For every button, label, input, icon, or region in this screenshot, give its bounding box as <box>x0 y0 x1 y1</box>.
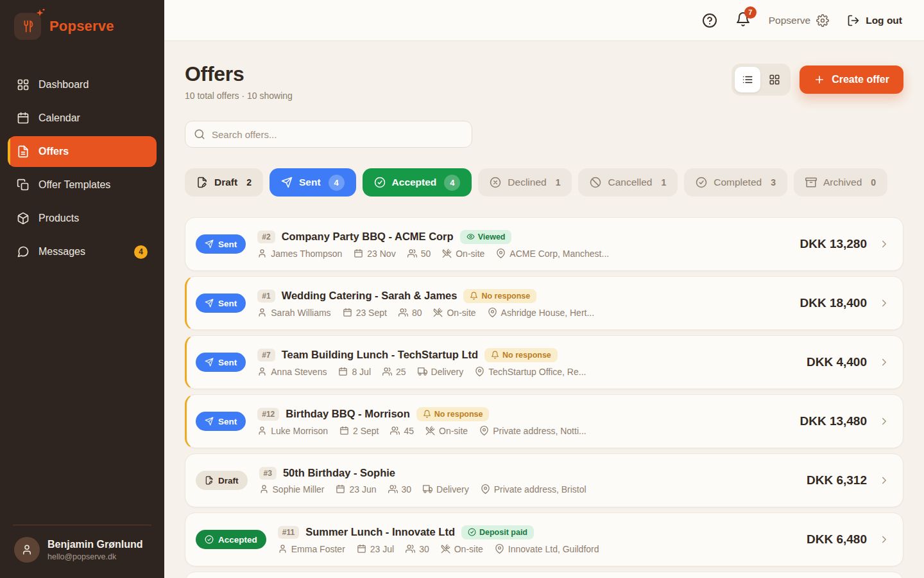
meta-item: Anna Stevens <box>257 367 327 377</box>
offer-price: DKK 13,480 <box>800 414 867 428</box>
chevron-right-icon[interactable] <box>878 238 890 250</box>
offer-card[interactable]: Draft #3 50th Birthday - Sophie <box>185 453 903 507</box>
filter-chip-icon <box>696 177 707 188</box>
filter-chip-count: 2 <box>246 177 252 188</box>
chevron-right-icon[interactable] <box>878 534 890 545</box>
logout-label: Log out <box>866 15 902 26</box>
meta-icon <box>336 484 345 494</box>
meta-item: On-site <box>425 426 468 436</box>
offer-status-pill: Sent <box>196 412 246 431</box>
meta-item: 25 <box>382 367 406 377</box>
meta-text: Emma Foster <box>291 544 345 554</box>
create-offer-button[interactable]: Create offer <box>800 66 903 94</box>
filter-chip[interactable]: Archived 0 <box>794 168 887 197</box>
meta-item: 23 Nov <box>354 249 395 259</box>
logout-button[interactable]: Log out <box>847 14 902 27</box>
view-toggle <box>732 64 791 96</box>
meta-icon <box>354 249 363 258</box>
offer-card[interactable]: Sent #2 Company Party BBQ - ACME Corp Vi… <box>185 217 903 271</box>
meta-item: On-site <box>441 544 483 554</box>
filter-chip[interactable]: Draft 2 <box>185 168 263 197</box>
status-label: Sent <box>218 417 237 426</box>
meta-text: Anna Stevens <box>271 367 327 377</box>
meta-text: ACME Corp, Manchest... <box>509 249 609 259</box>
meta-text: 2 Sept <box>353 426 379 436</box>
offer-status-pill: Accepted <box>196 530 266 549</box>
filter-chip[interactable]: Sent 4 <box>270 168 356 197</box>
meta-item: Emma Foster <box>278 544 345 554</box>
offer-id-badge: #1 <box>257 290 275 302</box>
meta-icon <box>259 484 269 494</box>
flag-label: No response <box>434 410 483 419</box>
grid-view-button[interactable] <box>762 67 787 92</box>
chevron-right-icon[interactable] <box>878 356 890 368</box>
account-settings[interactable]: Popserve <box>769 14 829 27</box>
filter-chip-count: 4 <box>444 175 460 191</box>
list-view-button[interactable] <box>735 67 760 92</box>
offer-card[interactable]: Sent #12 Birthday BBQ - Morrison No resp… <box>185 394 903 448</box>
meta-text: 30 <box>402 484 412 495</box>
sidebar-item[interactable]: Products <box>8 203 157 234</box>
meta-item: Private address, Notti... <box>479 426 586 436</box>
status-icon <box>205 476 214 485</box>
flag-icon <box>470 292 478 300</box>
sidebar-item[interactable]: Offer Templates <box>8 170 157 200</box>
meta-icon <box>388 484 398 494</box>
offer-meta: James Thompson 23 Nov 50 <box>257 249 788 259</box>
meta-icon <box>257 426 267 435</box>
flag-icon <box>466 232 475 241</box>
sidebar-item-label: Offer Templates <box>38 179 110 191</box>
app-logo[interactable]: Popserve <box>0 0 164 46</box>
meta-item: 45 <box>390 426 414 436</box>
offer-list: Sent #2 Company Party BBQ - ACME Corp Vi… <box>185 217 903 566</box>
offer-card-partial[interactable] <box>185 572 903 578</box>
user-profile[interactable]: Benjamin Grønlund hello@popserve.dk <box>13 525 151 578</box>
meta-icon <box>257 308 267 317</box>
meta-icon <box>433 308 443 317</box>
offer-status-pill: Sent <box>196 293 246 313</box>
sidebar-item[interactable]: Offers <box>8 136 157 167</box>
search-input[interactable] <box>212 129 463 140</box>
meta-item: 30 <box>388 484 412 495</box>
sidebar-item[interactable]: Calendar <box>8 103 157 134</box>
offer-card[interactable]: Sent #7 Team Building Lunch - TechStartu… <box>185 335 903 389</box>
sidebar-item[interactable]: Dashboard <box>8 69 157 100</box>
filter-chip[interactable]: Cancelled 1 <box>578 168 678 197</box>
notifications-button[interactable]: 7 <box>735 12 751 30</box>
offer-title: Team Building Lunch - TechStartup Ltd <box>282 349 478 361</box>
sidebar-item-label: Offers <box>38 146 69 157</box>
filter-chip-label: Declined <box>508 177 546 188</box>
help-icon[interactable] <box>702 13 717 28</box>
search-bar <box>185 121 472 148</box>
filter-chip-count: 1 <box>556 177 561 188</box>
chevron-right-icon[interactable] <box>878 475 890 486</box>
sidebar-item-label: Calendar <box>38 112 80 124</box>
filter-chip-count: 0 <box>871 177 876 188</box>
sidebar-item-icon <box>17 112 30 125</box>
meta-text: 8 Jul <box>352 367 371 377</box>
offer-title: Summer Lunch - Innovate Ltd <box>305 526 455 538</box>
sparkle-icon <box>33 7 47 21</box>
meta-text: Sophie Miller <box>273 484 325 495</box>
meta-icon <box>441 544 450 554</box>
meta-item: James Thompson <box>257 249 342 259</box>
sidebar-item[interactable]: Messages 4 <box>8 236 157 267</box>
offers-page: Offers 10 total offers · 10 showing Crea… <box>164 41 924 578</box>
chevron-right-icon[interactable] <box>878 416 890 427</box>
meta-icon <box>418 367 427 376</box>
filter-chip[interactable]: Declined 1 <box>478 168 572 197</box>
meta-text: Sarah Williams <box>271 308 330 318</box>
meta-item: 30 <box>406 544 429 554</box>
chevron-right-icon[interactable] <box>878 297 890 309</box>
filter-chip[interactable]: Completed 3 <box>684 168 787 197</box>
offer-price: DKK 4,400 <box>807 355 867 369</box>
meta-item: ACME Corp, Manchest... <box>496 249 609 259</box>
flag-label: No response <box>481 292 530 301</box>
filter-chip-icon <box>805 177 817 188</box>
filter-chip[interactable]: Accepted 4 <box>363 168 472 197</box>
offer-card[interactable]: Accepted #11 Summer Lunch - Innovate Ltd… <box>185 512 903 566</box>
offer-id-badge: #2 <box>257 231 275 243</box>
user-email: hello@popserve.dk <box>47 552 142 561</box>
offer-card[interactable]: Sent #1 Wedding Catering - Sarah & James… <box>185 276 903 330</box>
filter-chip-count: 4 <box>329 175 345 191</box>
